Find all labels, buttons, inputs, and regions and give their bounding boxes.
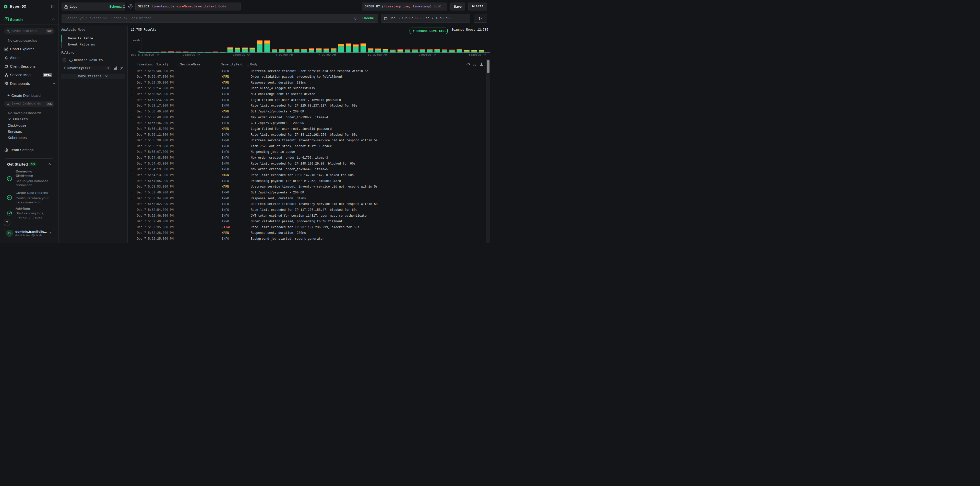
svg-text:0: 0 — [138, 50, 140, 53]
svg-text:7:00:00 AM: 7:00:00 AM — [318, 53, 336, 56]
svg-text:2:00:00 PM: 2:00:00 PM — [418, 53, 436, 56]
svg-text:1.2K: 1.2K — [133, 38, 140, 41]
svg-text:9:30:00 PM: 9:30:00 PM — [183, 53, 200, 56]
svg-text:4:00:00 AM: 4:00:00 AM — [275, 53, 293, 56]
svg-text:10:30:00 AM: 10:30:00 AM — [368, 53, 387, 56]
svg-text:Dec 6 6:00:00 PM: Dec 6 6:00:00 PM — [131, 53, 159, 56]
svg-text:1:00:00 AM: 1:00:00 AM — [232, 53, 250, 56]
svg-text:5:30:00 PM: 5:30:00 PM — [469, 53, 486, 56]
